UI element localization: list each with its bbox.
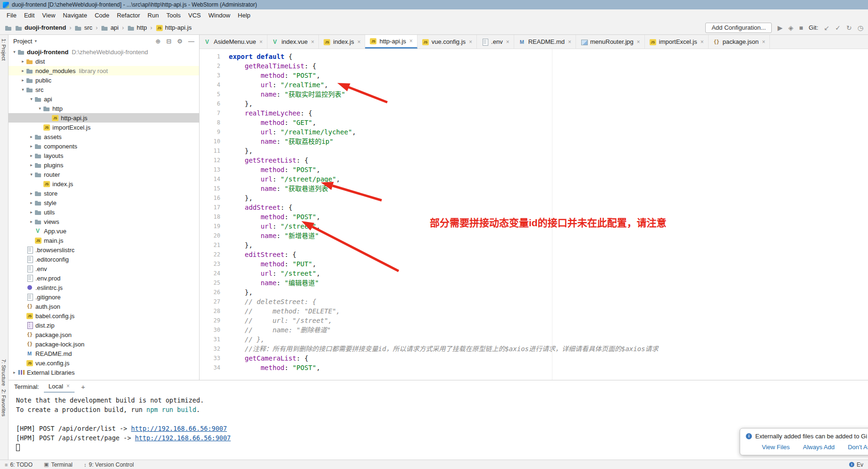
settings-icon[interactable]: ⚙ <box>177 38 183 45</box>
tree-item-dist[interactable]: ▸dist <box>8 57 199 66</box>
tab-index.vue[interactable]: index.vue× <box>267 35 319 49</box>
commit-icon[interactable]: ✓ <box>835 24 841 32</box>
code-text[interactable]: method: "POST", <box>229 165 320 174</box>
chevron-down-icon[interactable]: ▾ <box>20 87 26 92</box>
tree-item-style[interactable]: ▸style <box>8 198 199 207</box>
chevron-down-icon[interactable]: ▾ <box>11 49 17 54</box>
code-text[interactable]: }, <box>229 193 253 203</box>
code-text[interactable]: }, <box>229 99 253 108</box>
statusbar-item-6: TODO[interactable]: ≡6: TODO <box>5 461 33 468</box>
new-terminal-button[interactable]: + <box>76 383 90 391</box>
tab-README.md[interactable]: README.md× <box>514 35 576 49</box>
toolwindow-project-button[interactable]: 1: Project <box>1 39 7 60</box>
menu-refactor[interactable]: Refactor <box>113 11 144 20</box>
tab-menuRouter.jpg[interactable]: menuRouter.jpg× <box>576 35 645 49</box>
tree-item-http-api.js[interactable]: http-api.js <box>8 113 199 123</box>
breadcrumb-item[interactable]: src <box>75 24 92 32</box>
terminal-link[interactable]: http://192.168.66.56:9007 <box>135 434 231 442</box>
chevron-down-icon[interactable]: ▾ <box>37 106 43 111</box>
code-area[interactable]: 1export default {2 getRealTimeList: {3 m… <box>200 49 868 380</box>
code-text[interactable]: method: "GET", <box>229 118 316 127</box>
event-log-button[interactable]: i Ev <box>849 461 863 468</box>
chevron-right-icon[interactable]: ▸ <box>28 134 34 139</box>
code-text[interactable]: name: "新增巷道" <box>229 231 319 240</box>
tab-vue.config.js[interactable]: vue.config.js× <box>417 35 477 49</box>
close-icon[interactable]: × <box>67 383 70 389</box>
tree-item-http[interactable]: ▾http <box>8 104 199 113</box>
menu-code[interactable]: Code <box>91 11 113 20</box>
code-text[interactable]: export default { <box>229 52 292 61</box>
code-text[interactable]: url: "/street", <box>229 269 320 278</box>
code-text[interactable]: }, <box>229 240 253 250</box>
tree-item-.browserslistrc[interactable]: .browserslistrc <box>8 245 199 255</box>
code-text[interactable]: method: "POST", <box>229 71 320 80</box>
stop-icon[interactable]: ■ <box>799 24 803 32</box>
project-panel-title[interactable]: Project <box>13 38 32 45</box>
code-text[interactable]: name: "获取实时监控列表" <box>229 90 345 99</box>
chevron-right-icon[interactable]: ▸ <box>28 200 34 205</box>
tree-item-babel.config.js[interactable]: babel.config.js <box>8 311 199 321</box>
menu-tools[interactable]: Tools <box>163 11 184 20</box>
tree-item-main.js[interactable]: main.js <box>8 236 199 245</box>
close-icon[interactable]: × <box>357 39 360 45</box>
close-icon[interactable]: × <box>469 39 472 45</box>
code-text[interactable]: editStreet: { <box>229 250 296 259</box>
chevron-right-icon[interactable]: ▸ <box>28 144 34 148</box>
chevron-right-icon[interactable]: ▸ <box>20 68 26 73</box>
code-text[interactable]: addStreet: { <box>229 203 292 212</box>
tree-item-package.json[interactable]: package.json <box>8 330 199 339</box>
chevron-right-icon[interactable]: ▸ <box>28 191 34 196</box>
menu-edit[interactable]: Edit <box>20 11 38 20</box>
tree-item-index.js[interactable]: index.js <box>8 179 199 189</box>
code-text[interactable]: url: "/realTime", <box>229 80 328 90</box>
tree-item-views[interactable]: ▸views <box>8 217 199 226</box>
tab-package.json[interactable]: package.json× <box>709 35 770 49</box>
tree-item-.env.prod[interactable]: .env.prod <box>8 273 199 283</box>
tree-item-assets[interactable]: ▸assets <box>8 132 199 141</box>
chevron-right-icon[interactable]: ▸ <box>28 210 34 214</box>
add-configuration-button[interactable]: Add Configuration... <box>705 23 772 33</box>
tree-item-.env[interactable]: .env <box>8 264 199 273</box>
code-text[interactable]: url: "/street", <box>229 222 320 231</box>
notification-action[interactable]: Don't Ask Agai <box>848 444 868 451</box>
code-text[interactable]: // deleteStreet: { <box>229 297 316 306</box>
chevron-down-icon[interactable]: ▾ <box>28 172 34 177</box>
code-text[interactable]: //注释：所有用到删除的接口都需要拼接变量id，所以请求方式采用了挂载在原型链上… <box>229 344 659 354</box>
tree-item-components[interactable]: ▸components <box>8 141 199 151</box>
tree-item-src[interactable]: ▾src <box>8 85 199 94</box>
code-text[interactable]: }, <box>229 288 253 297</box>
tree-item-package-lock.json[interactable]: package-lock.json <box>8 339 199 349</box>
chevron-down-icon[interactable]: ▾ <box>28 97 34 101</box>
tree-item-.editorconfig[interactable]: .editorconfig <box>8 255 199 264</box>
tree-item-vue.config.js[interactable]: vue.config.js <box>8 358 199 368</box>
terminal-output[interactable]: Note that the development build is not o… <box>8 393 868 460</box>
hide-icon[interactable]: — <box>188 38 194 45</box>
tree-item-.gitignore[interactable]: .gitignore <box>8 292 199 302</box>
menu-run[interactable]: Run <box>144 11 163 20</box>
terminal-link[interactable]: http://192.168.66.56:9007 <box>131 425 227 432</box>
chevron-right-icon[interactable]: ▸ <box>28 219 34 224</box>
close-icon[interactable]: × <box>311 39 314 45</box>
code-text[interactable]: url: "/street/page", <box>229 174 340 184</box>
close-icon[interactable]: × <box>701 39 704 45</box>
chevron-right-icon[interactable]: ▸ <box>11 370 17 375</box>
code-text[interactable]: name: "获取巷道列表" <box>229 184 332 193</box>
notification-action[interactable]: View Files <box>762 444 790 451</box>
locate-icon[interactable]: ⊕ <box>156 38 161 45</box>
tree-item-README.md[interactable]: README.md <box>8 349 199 358</box>
code-text[interactable]: url: "/realTime/lychee", <box>229 127 356 137</box>
tab-importExcel.js[interactable]: importExcel.js× <box>645 35 709 49</box>
tree-item-External Libraries[interactable]: ▸External Libraries <box>8 368 199 377</box>
code-text[interactable]: // }, <box>229 335 265 344</box>
tree-item-layouts[interactable]: ▸layouts <box>8 151 199 160</box>
code-text[interactable]: name: "获取荔枝的ip" <box>229 137 334 146</box>
code-text[interactable]: method: "POST", <box>229 212 320 222</box>
tree-item-node_modules[interactable]: ▸node_moduleslibrary root <box>8 66 199 75</box>
code-text[interactable]: getRealTimeList: { <box>229 61 316 71</box>
notification-action[interactable]: Always Add <box>803 444 835 451</box>
menu-view[interactable]: View <box>38 11 59 20</box>
tree-item-dist.zip[interactable]: dist.zip <box>8 321 199 330</box>
debug-icon[interactable]: ◈ <box>788 24 793 32</box>
code-text[interactable]: // method: "DELETE", <box>229 306 340 316</box>
terminal-tab-local[interactable]: Local × <box>44 380 75 393</box>
